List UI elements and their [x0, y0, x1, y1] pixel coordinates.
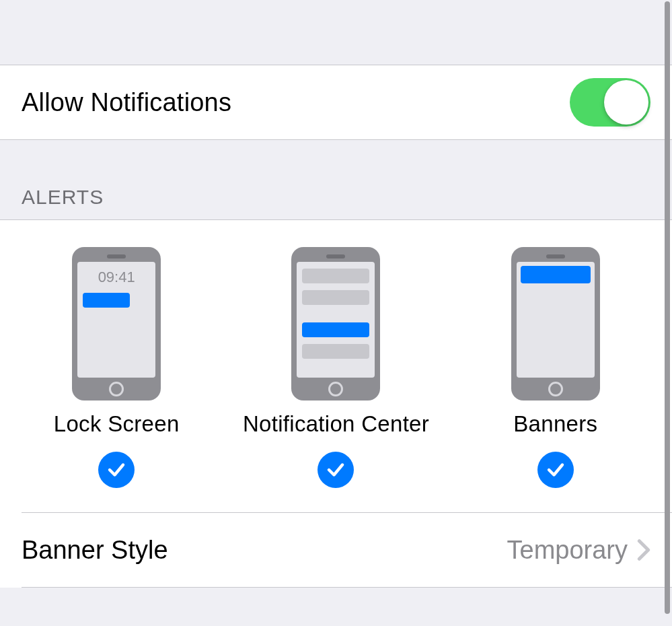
allow-notifications-toggle[interactable] — [570, 78, 650, 127]
checkmark-icon — [106, 460, 126, 480]
banner-style-row[interactable]: Banner Style Temporary — [0, 513, 672, 587]
lock-screen-label: Lock Screen — [54, 411, 180, 437]
nc-row — [302, 344, 369, 359]
nc-row — [302, 269, 369, 283]
chevron-right-icon — [637, 538, 650, 561]
alert-option-notification-center[interactable]: Notification Center — [226, 247, 445, 488]
lock-screen-illustration: 09:41 — [72, 247, 161, 401]
banner-style-value: Temporary — [507, 536, 628, 565]
lock-screen-checkbox[interactable] — [98, 452, 135, 488]
notification-center-checkbox[interactable] — [318, 452, 354, 488]
banner-style-label: Banner Style — [22, 536, 168, 565]
banners-checkbox[interactable] — [537, 452, 574, 488]
alert-option-banners[interactable]: Banners — [446, 247, 665, 488]
banners-label: Banners — [513, 411, 597, 437]
checkmark-icon — [326, 460, 346, 480]
banners-illustration — [511, 247, 600, 401]
home-button-icon — [548, 382, 563, 396]
alerts-section-header: ALERTS — [0, 140, 672, 219]
lock-screen-time: 09:41 — [83, 269, 150, 286]
alerts-panel: 09:41 Lock Screen — [0, 219, 672, 588]
notification-center-label: Notification Center — [243, 411, 429, 437]
allow-notifications-row[interactable]: Allow Notifications — [0, 65, 672, 140]
notification-center-illustration — [291, 247, 380, 401]
nc-row — [302, 290, 369, 305]
allow-notifications-label: Allow Notifications — [22, 88, 231, 117]
banner-bar — [521, 266, 591, 283]
home-button-icon — [109, 382, 124, 396]
divider — [22, 587, 672, 588]
nc-highlight-row — [302, 322, 369, 337]
scroll-indicator[interactable] — [665, 1, 670, 614]
switch-knob — [604, 80, 648, 125]
checkmark-icon — [546, 460, 566, 480]
spacer — [0, 0, 672, 65]
home-button-icon — [328, 382, 343, 396]
lock-screen-notification-bar — [83, 293, 130, 308]
alert-option-lock-screen[interactable]: 09:41 Lock Screen — [7, 247, 226, 488]
alerts-options-row: 09:41 Lock Screen — [0, 247, 672, 495]
